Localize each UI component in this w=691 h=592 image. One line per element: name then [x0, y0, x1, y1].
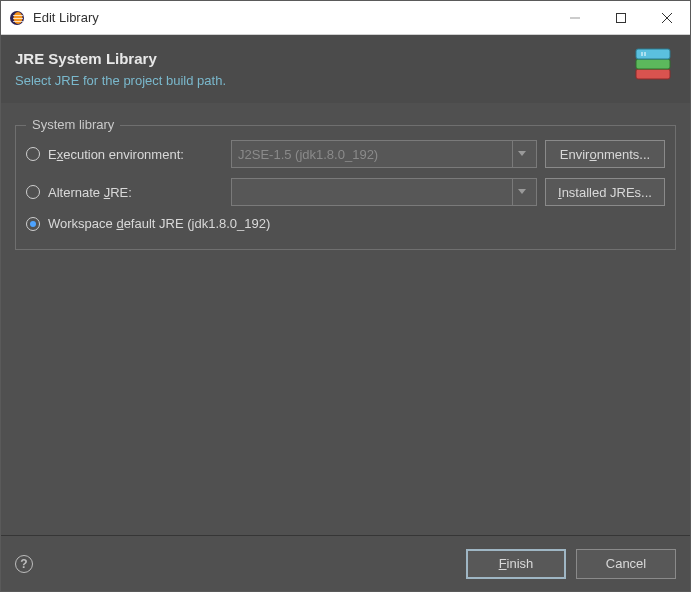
- chevron-down-icon: [512, 179, 530, 205]
- svg-rect-9: [636, 69, 670, 79]
- exec-env-value: J2SE-1.5 (jdk1.8.0_192): [238, 147, 378, 162]
- svg-rect-10: [636, 59, 670, 69]
- exec-env-combo[interactable]: J2SE-1.5 (jdk1.8.0_192): [231, 140, 537, 168]
- alt-jre-row: Alternate JRE: Installed JREs...: [26, 178, 665, 206]
- svg-marker-15: [518, 189, 526, 194]
- dialog-content: System library Execution environment: J2…: [1, 103, 690, 535]
- cancel-button[interactable]: Cancel: [576, 549, 676, 579]
- alt-jre-label[interactable]: Alternate JRE:: [48, 185, 223, 200]
- window-title: Edit Library: [33, 10, 552, 25]
- dialog-heading: JRE System Library: [15, 50, 226, 67]
- dialog-footer: ? Finish Cancel: [1, 535, 690, 591]
- exec-env-row: Execution environment: J2SE-1.5 (jdk1.8.…: [26, 140, 665, 168]
- group-legend: System library: [26, 117, 120, 132]
- svg-rect-11: [636, 49, 670, 59]
- close-button[interactable]: [644, 1, 690, 34]
- svg-rect-2: [13, 15, 23, 16]
- svg-rect-6: [617, 13, 626, 22]
- window-controls: [552, 1, 690, 34]
- workspace-default-label[interactable]: Workspace default JRE (jdk1.8.0_192): [48, 216, 270, 231]
- help-icon[interactable]: ?: [15, 555, 33, 573]
- library-icon: [630, 45, 676, 94]
- eclipse-icon: [9, 10, 25, 26]
- chevron-down-icon: [512, 141, 530, 167]
- finish-button[interactable]: Finish: [466, 549, 566, 579]
- maximize-button[interactable]: [598, 1, 644, 34]
- installed-jres-button[interactable]: Installed JREs...: [545, 178, 665, 206]
- system-library-group: System library Execution environment: J2…: [15, 125, 676, 250]
- dialog-subheading: Select JRE for the project build path.: [15, 73, 226, 88]
- titlebar: Edit Library: [1, 1, 690, 35]
- svg-rect-4: [13, 21, 23, 22]
- workspace-default-radio[interactable]: [26, 217, 40, 231]
- exec-env-radio[interactable]: [26, 147, 40, 161]
- alt-jre-combo[interactable]: [231, 178, 537, 206]
- environments-button[interactable]: Environments...: [545, 140, 665, 168]
- minimize-button[interactable]: [552, 1, 598, 34]
- svg-rect-3: [13, 18, 23, 19]
- dialog-banner: JRE System Library Select JRE for the pr…: [1, 35, 690, 103]
- exec-env-label[interactable]: Execution environment:: [48, 147, 223, 162]
- workspace-default-row: Workspace default JRE (jdk1.8.0_192): [26, 216, 665, 231]
- svg-marker-14: [518, 151, 526, 156]
- alt-jre-radio[interactable]: [26, 185, 40, 199]
